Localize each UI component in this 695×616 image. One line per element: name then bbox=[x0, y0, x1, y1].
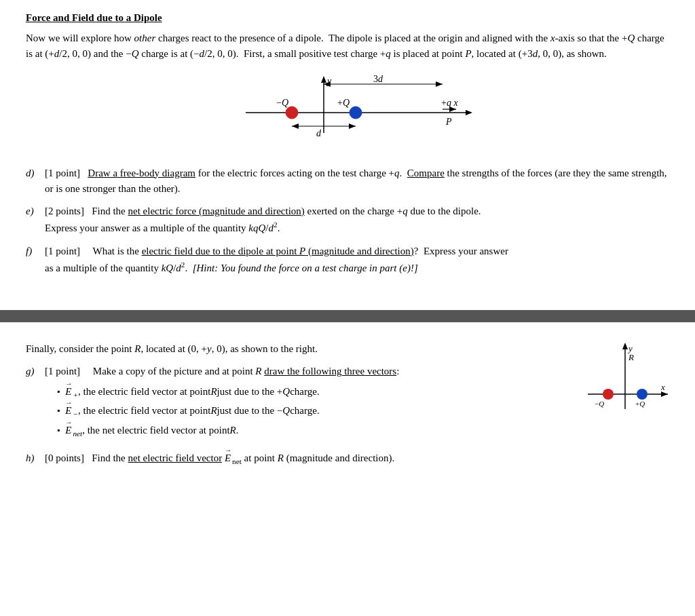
question-f-letter: f) bbox=[26, 244, 45, 277]
svg-text:+Q: +Q bbox=[635, 400, 645, 408]
main-content: Force and Field due to a Dipole Now we w… bbox=[0, 0, 695, 295]
lower-section: y R x −Q +Q Finally, consider the point … bbox=[0, 322, 695, 480]
lower-intro: Finally, consider the point R, located a… bbox=[26, 341, 669, 357]
svg-marker-1 bbox=[321, 76, 326, 83]
vector-list: →E+, the electric field vector at point … bbox=[57, 384, 669, 440]
svg-text:+Q: +Q bbox=[337, 98, 350, 108]
question-d-underline: Draw a free-body diagram bbox=[88, 168, 195, 178]
svg-text:d: d bbox=[316, 128, 322, 138]
question-h-letter: h) bbox=[26, 450, 45, 467]
question-g-letter: g) bbox=[26, 364, 45, 444]
svg-point-6 bbox=[286, 107, 298, 119]
question-h-body: [0 points] Find the net electric field v… bbox=[45, 450, 669, 467]
small-diagram: y R x −Q +Q bbox=[581, 341, 669, 423]
question-d-body: [1 point] Draw a free-body diagram for t… bbox=[45, 166, 669, 197]
question-e-underline: net electric force (magnitude and direct… bbox=[128, 206, 305, 216]
svg-point-30 bbox=[637, 389, 647, 400]
dipole-diagram: y −Q +Q d 3d +q x P bbox=[26, 72, 669, 153]
question-h-underline: net electric field vector bbox=[128, 453, 223, 463]
svg-marker-4 bbox=[466, 110, 472, 115]
svg-text:+q  x: +q x bbox=[441, 98, 458, 108]
diagram-svg: y −Q +Q d 3d +q x P bbox=[205, 72, 490, 153]
question-g: g) [1 point] Make a copy of the picture … bbox=[26, 364, 669, 444]
svg-text:P: P bbox=[445, 117, 452, 127]
vector-net: →Enet, the net electric field vector at … bbox=[57, 423, 669, 440]
question-e-letter: e) bbox=[26, 204, 45, 237]
question-d-points: [1 point] bbox=[45, 168, 86, 178]
question-e: e) [2 points] Find the net electric forc… bbox=[26, 204, 669, 237]
svg-marker-26 bbox=[661, 391, 668, 397]
svg-text:−Q: −Q bbox=[276, 98, 288, 108]
vector-minus: →E−, the electric field vector at point … bbox=[57, 403, 669, 420]
question-f-points: [1 point] bbox=[45, 246, 90, 256]
page-title: Force and Field due to a Dipole bbox=[26, 12, 669, 24]
question-e-points: [2 points] bbox=[45, 206, 89, 216]
question-e-body: [2 points] Find the net electric force (… bbox=[45, 204, 669, 237]
question-f: f) [1 point] What is the electric field … bbox=[26, 244, 669, 277]
svg-point-28 bbox=[603, 389, 614, 400]
question-f-body: [1 point] What is the electric field due… bbox=[45, 244, 669, 277]
question-g-body: [1 point] Make a copy of the picture and… bbox=[45, 364, 669, 444]
svg-text:3d: 3d bbox=[373, 74, 383, 84]
separator-bar bbox=[0, 310, 695, 322]
svg-marker-22 bbox=[622, 343, 628, 349]
svg-marker-14 bbox=[436, 81, 443, 87]
question-g-points: [1 point] bbox=[45, 366, 90, 377]
vector-net-symbol: →Enet, bbox=[65, 423, 85, 440]
question-d: d) [1 point] Draw a free-body diagram fo… bbox=[26, 166, 669, 197]
question-f-underline: electric field due to the dipole at poin… bbox=[142, 246, 414, 256]
question-h-points: [0 points] bbox=[45, 453, 89, 463]
svg-marker-10 bbox=[292, 123, 299, 129]
small-diagram-svg: y R x −Q +Q bbox=[581, 341, 669, 423]
question-d-letter: d) bbox=[26, 166, 45, 197]
and-the-text: and the bbox=[94, 48, 124, 59]
svg-marker-11 bbox=[349, 123, 356, 129]
vector-plus: →E+, the electric field vector at point … bbox=[57, 384, 669, 401]
svg-text:R: R bbox=[628, 352, 634, 362]
svg-point-8 bbox=[350, 107, 362, 119]
svg-text:x: x bbox=[660, 382, 665, 392]
intro-paragraph: Now we will explore how other charges re… bbox=[26, 31, 669, 62]
svg-text:−Q: −Q bbox=[595, 400, 604, 408]
question-h: h) [0 points] Find the net electric fiel… bbox=[26, 450, 669, 467]
question-g-underline: draw the following three vectors bbox=[264, 366, 396, 377]
